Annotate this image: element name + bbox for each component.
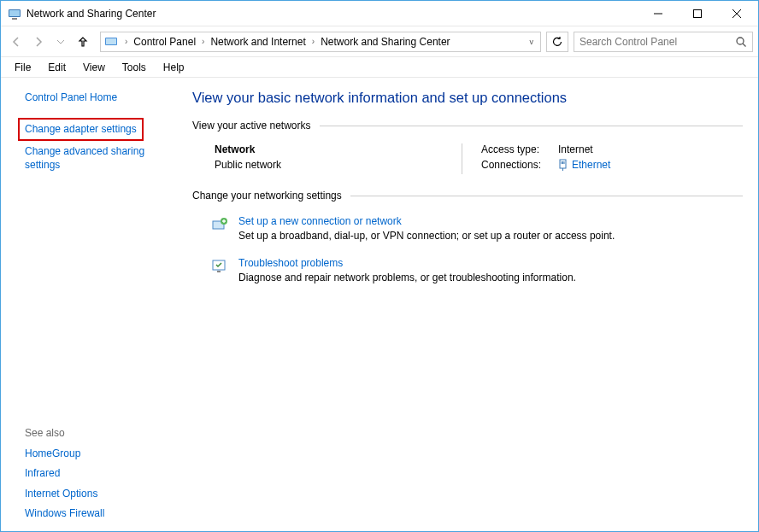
forward-button[interactable] bbox=[28, 32, 49, 52]
svg-rect-1 bbox=[9, 10, 20, 16]
breadcrumb-item[interactable]: Network and Internet bbox=[208, 36, 308, 48]
settings-item-title: Set up a new connection or network bbox=[238, 215, 615, 227]
breadcrumb-item[interactable]: Control Panel bbox=[131, 36, 198, 48]
window-title: Network and Sharing Center bbox=[26, 8, 156, 20]
address-bar[interactable]: › Control Panel › Network and Internet ›… bbox=[100, 32, 541, 52]
svg-point-9 bbox=[737, 38, 744, 44]
troubleshoot-icon bbox=[211, 258, 228, 275]
menubar: File Edit View Tools Help bbox=[1, 57, 758, 78]
menu-file[interactable]: File bbox=[6, 61, 39, 73]
setup-connection-icon bbox=[211, 216, 228, 233]
maximize-button[interactable] bbox=[678, 1, 717, 26]
search-icon bbox=[735, 36, 747, 48]
settings-item-title: Troubleshoot problems bbox=[238, 257, 576, 269]
divider bbox=[320, 126, 743, 126]
recent-dropdown[interactable] bbox=[50, 32, 71, 52]
ethernet-icon bbox=[558, 159, 568, 171]
network-row: Network Public network Access type: Inte… bbox=[192, 143, 743, 190]
active-networks-header: View your active networks bbox=[192, 120, 743, 132]
settings-item-desc: Diagnose and repair network problems, or… bbox=[238, 272, 576, 284]
seealso-homegroup[interactable]: HomeGroup bbox=[25, 444, 180, 465]
svg-rect-2 bbox=[12, 18, 17, 20]
control-panel-icon bbox=[104, 35, 118, 49]
close-button[interactable] bbox=[717, 1, 756, 26]
svg-rect-4 bbox=[694, 9, 702, 17]
titlebar: Network and Sharing Center bbox=[1, 1, 758, 26]
network-name: Network bbox=[215, 143, 462, 155]
seealso-internet-options[interactable]: Internet Options bbox=[25, 484, 180, 505]
settings-list: Set up a new connection or network Set u… bbox=[192, 213, 743, 284]
app-icon bbox=[8, 7, 21, 20]
menu-view[interactable]: View bbox=[74, 61, 114, 73]
connection-name: Ethernet bbox=[572, 159, 610, 171]
chevron-right-icon[interactable]: › bbox=[121, 37, 131, 46]
chevron-right-icon[interactable]: › bbox=[198, 37, 208, 46]
network-type: Public network bbox=[215, 159, 462, 171]
change-settings-label: Change your networking settings bbox=[192, 190, 342, 202]
menu-help[interactable]: Help bbox=[155, 61, 193, 73]
connection-link[interactable]: Ethernet bbox=[558, 159, 610, 171]
main-panel: View your basic network information and … bbox=[180, 78, 758, 531]
seealso-infrared[interactable]: Infrared bbox=[25, 464, 180, 484]
sidebar: Control Panel Home Change adapter settin… bbox=[1, 78, 180, 531]
search-input[interactable]: Search Control Panel bbox=[574, 32, 753, 52]
sidebar-home[interactable]: Control Panel Home bbox=[25, 88, 180, 108]
network-details: Access type: Internet Connections: Ether… bbox=[462, 143, 743, 174]
access-type-value: Internet bbox=[558, 143, 593, 155]
svg-rect-19 bbox=[217, 271, 221, 272]
minimize-button[interactable] bbox=[638, 1, 678, 26]
address-dropdown-icon[interactable]: v bbox=[527, 38, 538, 46]
menu-tools[interactable]: Tools bbox=[114, 61, 155, 73]
active-networks-label: View your active networks bbox=[192, 120, 311, 132]
page-title: View your basic network information and … bbox=[192, 90, 743, 106]
settings-item-troubleshoot[interactable]: Troubleshoot problems Diagnose and repai… bbox=[211, 257, 743, 284]
menu-edit[interactable]: Edit bbox=[39, 61, 74, 73]
back-button[interactable] bbox=[6, 32, 26, 52]
settings-item-setup-connection[interactable]: Set up a new connection or network Set u… bbox=[211, 215, 743, 242]
access-type-label: Access type: bbox=[481, 143, 558, 155]
network-info: Network Public network bbox=[215, 143, 462, 174]
breadcrumb-item[interactable]: Network and Sharing Center bbox=[318, 36, 452, 48]
settings-item-desc: Set up a broadband, dial-up, or VPN conn… bbox=[238, 230, 615, 242]
connections-label: Connections: bbox=[481, 159, 558, 171]
sidebar-advanced-sharing[interactable]: Change advanced sharing settings bbox=[25, 142, 162, 175]
see-also-label: See also bbox=[25, 424, 180, 444]
sidebar-adapter-settings[interactable]: Change adapter settings bbox=[18, 118, 144, 142]
chevron-right-icon[interactable]: › bbox=[309, 37, 318, 46]
search-placeholder: Search Control Panel bbox=[580, 36, 735, 48]
see-also-section: See also HomeGroup Infrared Internet Opt… bbox=[25, 424, 180, 524]
svg-line-10 bbox=[743, 44, 746, 47]
seealso-windows-firewall[interactable]: Windows Firewall bbox=[25, 504, 180, 524]
navbar: › Control Panel › Network and Internet ›… bbox=[1, 26, 758, 57]
refresh-button[interactable] bbox=[546, 32, 568, 52]
up-button[interactable] bbox=[73, 32, 93, 52]
divider bbox=[350, 196, 743, 196]
svg-rect-8 bbox=[106, 38, 116, 44]
change-settings-header: Change your networking settings bbox=[192, 190, 743, 202]
content: Control Panel Home Change adapter settin… bbox=[1, 78, 758, 531]
